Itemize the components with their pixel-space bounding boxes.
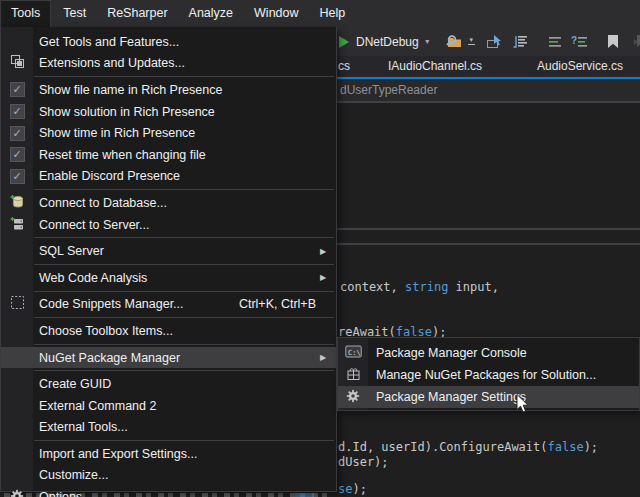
find-in-files-icon[interactable] bbox=[446, 34, 463, 49]
menu-item-show-time-rich-presence[interactable]: ✓ Show time in Rich Presence bbox=[1, 122, 336, 144]
menu-item-show-solution-rich-presence[interactable]: ✓ Show solution in Rich Presence bbox=[1, 101, 336, 123]
menu-item-connect-to-database[interactable]: Connect to Database... bbox=[1, 192, 336, 214]
bookmark-icon[interactable] bbox=[606, 34, 620, 49]
package-icon bbox=[346, 366, 361, 384]
tab-partial[interactable]: cs bbox=[338, 56, 350, 77]
menu-item-web-code-analysis[interactable]: Web Code Analysis ▶ bbox=[1, 267, 336, 289]
menubar-item-tools[interactable]: Tools bbox=[0, 0, 51, 27]
extensions-icon bbox=[10, 54, 25, 72]
server-icon bbox=[10, 216, 24, 234]
menu-item-customize[interactable]: Customize... bbox=[1, 465, 336, 487]
code-line: se); bbox=[338, 482, 367, 496]
toolbar: DNetDebug ▼ ▼ ? bbox=[337, 27, 640, 56]
menu-separator bbox=[34, 317, 334, 318]
code-cleanup-icon[interactable]: ? bbox=[570, 35, 588, 49]
menu-bar: Tools Test ReSharper Analyze Window Help bbox=[0, 0, 640, 27]
breadcrumb[interactable]: dUserTypeReader bbox=[340, 79, 437, 101]
menu-separator bbox=[34, 76, 334, 77]
code-line: dUser); bbox=[338, 455, 389, 469]
submenu-arrow-icon: ▶ bbox=[320, 273, 336, 282]
gear-icon bbox=[346, 389, 360, 406]
gear-icon bbox=[10, 489, 24, 497]
menu-separator bbox=[34, 264, 334, 265]
check-icon: ✓ bbox=[10, 126, 25, 141]
menu-separator bbox=[34, 440, 334, 441]
menu-separator bbox=[34, 344, 334, 345]
check-icon: ✓ bbox=[10, 147, 25, 162]
menu-separator bbox=[34, 370, 334, 371]
menubar-item-help[interactable]: Help bbox=[311, 0, 355, 27]
tab-audioservice[interactable]: AudioService.cs bbox=[537, 56, 623, 77]
menu-item-package-manager-console[interactable]: C:\ Package Manager Console bbox=[338, 342, 639, 364]
svg-text:?: ? bbox=[571, 35, 577, 46]
navigate-to-icon[interactable] bbox=[486, 34, 504, 49]
shortcut-label: Ctrl+K, Ctrl+B bbox=[239, 297, 336, 311]
tab-iaudiochannel[interactable]: IAudioChannel.cs bbox=[388, 56, 482, 77]
menu-item-manage-nuget-packages-for-solution[interactable]: Manage NuGet Packages for Solution... bbox=[338, 364, 639, 386]
run-config-dropdown[interactable]: DNetDebug bbox=[356, 35, 419, 49]
tools-menu: Get Tools and Features... Extensions and… bbox=[0, 27, 337, 492]
next-bookmark-icon[interactable] bbox=[633, 34, 640, 49]
find-dropdown-icon[interactable]: ▼ bbox=[468, 38, 475, 45]
menu-separator bbox=[34, 237, 334, 238]
menu-item-show-file-name-rich-presence[interactable]: ✓ Show file name in Rich Presence bbox=[1, 79, 336, 101]
menu-item-nuget-package-manager[interactable]: NuGet Package Manager ▶ bbox=[1, 347, 336, 369]
nuget-package-manager-submenu: C:\ Package Manager Console Manage NuGet… bbox=[337, 337, 640, 411]
menu-item-enable-discord-presence[interactable]: ✓ Enable Discord Presence bbox=[1, 166, 336, 188]
mouse-cursor bbox=[516, 394, 530, 414]
menubar-item-analyze[interactable]: Analyze bbox=[180, 0, 242, 27]
svg-text:C:\: C:\ bbox=[348, 349, 361, 357]
splitter-line bbox=[337, 243, 640, 245]
submenu-arrow-icon: ▶ bbox=[320, 353, 336, 362]
database-icon bbox=[10, 194, 24, 212]
menubar-item-resharper[interactable]: ReSharper bbox=[98, 0, 176, 27]
submenu-arrow-icon: ▶ bbox=[320, 247, 336, 256]
menu-item-connect-to-server[interactable]: Connect to Server... bbox=[1, 214, 336, 236]
vs-window: DNetDebug ▼ ▼ ? cs IAudi bbox=[0, 0, 640, 497]
menu-item-reset-time-changing-file[interactable]: ✓ Reset time when changing file bbox=[1, 144, 336, 166]
menu-separator bbox=[34, 291, 334, 292]
menubar-item-test[interactable]: Test bbox=[54, 0, 95, 27]
snippets-icon bbox=[10, 295, 25, 313]
chevron-down-icon[interactable]: ▼ bbox=[424, 38, 431, 45]
menu-item-extensions-and-updates[interactable]: Extensions and Updates... bbox=[1, 53, 336, 75]
menu-item-external-command-2[interactable]: External Command 2 bbox=[1, 395, 336, 417]
menu-item-get-tools-and-features[interactable]: Get Tools and Features... bbox=[1, 31, 336, 53]
menu-item-create-guid[interactable]: Create GUID bbox=[1, 373, 336, 395]
menu-separator bbox=[34, 189, 334, 190]
format-document-icon[interactable] bbox=[547, 35, 564, 49]
check-icon: ✓ bbox=[10, 169, 25, 184]
document-tabstrip: cs IAudioChannel.cs AudioService.cs bbox=[337, 56, 640, 79]
check-icon: ✓ bbox=[10, 104, 25, 119]
start-debug-button[interactable] bbox=[339, 36, 349, 48]
check-icon: ✓ bbox=[10, 82, 25, 97]
console-icon: C:\ bbox=[345, 344, 362, 362]
code-line: context, string input, bbox=[340, 280, 499, 294]
splitter-line bbox=[337, 228, 640, 230]
menubar-item-window[interactable]: Window bbox=[245, 0, 307, 27]
code-editor[interactable]: context, string input, reAwait(false); d… bbox=[337, 103, 640, 497]
menu-item-choose-toolbox-items[interactable]: Choose Toolbox Items... bbox=[1, 320, 336, 342]
navigation-bar[interactable]: dUserTypeReader bbox=[337, 79, 640, 103]
menu-item-import-export-settings[interactable]: Import and Export Settings... bbox=[1, 443, 336, 465]
code-line: d.Id, userId).ConfigureAwait(false); bbox=[338, 440, 598, 454]
menu-item-code-snippets-manager[interactable]: Code Snippets Manager... Ctrl+K, Ctrl+B bbox=[1, 294, 336, 316]
copy-lines-icon[interactable] bbox=[510, 34, 529, 49]
menu-item-external-tools[interactable]: External Tools... bbox=[1, 417, 336, 439]
menu-item-options[interactable]: Options... bbox=[1, 486, 336, 497]
menu-item-sql-server[interactable]: SQL Server ▶ bbox=[1, 240, 336, 262]
menu-item-package-manager-settings[interactable]: Package Manager Settings bbox=[338, 386, 639, 408]
